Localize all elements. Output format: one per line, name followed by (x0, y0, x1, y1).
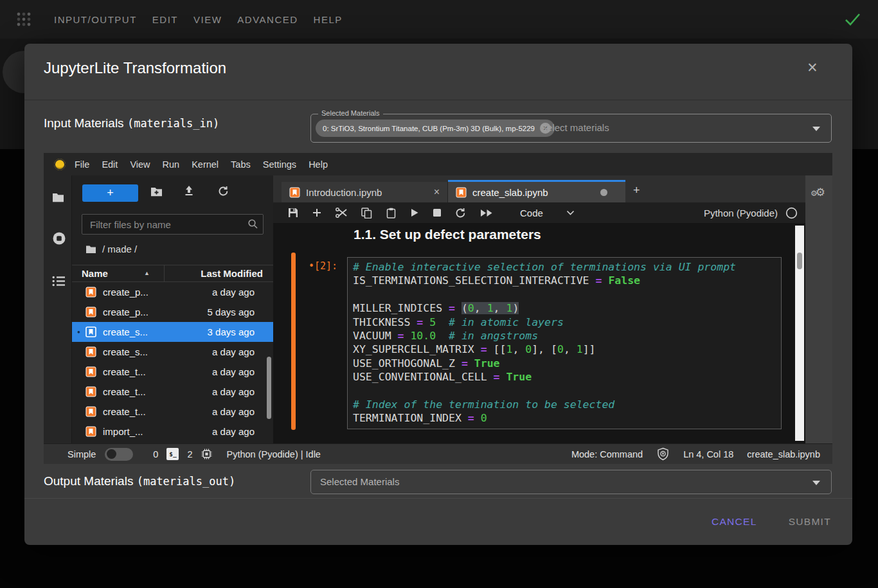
chevron-down-icon[interactable] (566, 207, 575, 218)
terminal-icon: $_ (166, 448, 179, 460)
cell-execution-prompt: •[2]: (309, 260, 337, 272)
jupyter-menubar-items: FileEditViewRunKernelTabsSettingsHelp (75, 159, 328, 170)
cursor-position[interactable]: Ln 4, Col 18 (683, 449, 733, 459)
kernel-name: Python (Pyodide) (704, 208, 778, 218)
command-mode-indicator[interactable]: Mode: Command (571, 449, 643, 459)
notebook-scrollbar-thumb[interactable] (797, 253, 802, 269)
cut-cells-icon[interactable] (336, 208, 347, 218)
jupyter-body: + (44, 175, 832, 443)
jupyter-menu-item-help[interactable]: Help (309, 159, 328, 170)
table-of-contents-icon[interactable] (52, 276, 66, 287)
stop-kernel-icon[interactable] (433, 209, 441, 217)
file-browser-icon[interactable] (52, 192, 64, 202)
file-row[interactable]: ●create_s...3 days ago (72, 322, 273, 342)
cell-type-dropdown[interactable]: Code (520, 208, 543, 218)
cancel-button[interactable]: CANCEL (712, 516, 757, 528)
new-launcher-button[interactable]: + (82, 184, 138, 202)
file-row[interactable]: create_t...a day ago (72, 362, 273, 382)
restart-kernel-icon[interactable] (455, 208, 466, 218)
file-list-header: Name ▲ Last Modified (72, 265, 273, 282)
code-line: IS_TERMINATIONS_SELECTION_INTERACTIVE = … (353, 274, 776, 287)
file-row[interactable]: import_...a day ago (72, 422, 273, 441)
menu-item-advanced[interactable]: ADVANCED (237, 14, 298, 25)
file-modified: 3 days ago (208, 326, 255, 337)
save-icon[interactable] (288, 208, 298, 218)
sort-ascending-icon[interactable]: ▲ (144, 270, 150, 276)
kernel-indicator[interactable]: Python (Pyodide) (704, 207, 798, 219)
chevron-down-icon[interactable] (812, 127, 820, 131)
column-header-modified[interactable]: Last Modified (201, 268, 263, 279)
input-materials-code: (materials_in) (127, 117, 219, 130)
output-materials-label: Output Materials (materials_out) (44, 474, 235, 488)
refresh-icon[interactable] (218, 186, 229, 197)
active-cell-indicator[interactable] (291, 253, 296, 430)
tab-introduction[interactable]: Introduction.ipynb × (282, 182, 448, 202)
check-icon[interactable] (844, 11, 861, 28)
menu-item-help[interactable]: HELP (314, 14, 343, 25)
column-header-name[interactable]: Name (82, 268, 108, 279)
trust-shield-icon[interactable] (656, 447, 670, 461)
property-inspector-icon[interactable]: ⚙⚙ (811, 186, 825, 199)
simple-mode-toggle[interactable] (105, 448, 133, 461)
notebook-icon (85, 366, 96, 377)
jupyter-menu-item-view[interactable]: View (130, 159, 150, 170)
material-chip[interactable]: 0: SrTiO3, Strontium Titanate, CUB (Pm-3… (316, 120, 555, 137)
material-chip-label: 0: SrTiO3, Strontium Titanate, CUB (Pm-3… (323, 125, 535, 132)
kernel-status-text[interactable]: Python (Pyodide) | Idle (226, 449, 320, 459)
menu-item-view[interactable]: VIEW (193, 14, 222, 25)
code-line: TERMINATION_INDEX = 0 (353, 411, 776, 425)
copy-cells-icon[interactable] (361, 208, 372, 218)
menu-item-input-output[interactable]: INPUT/OUTPUT (54, 14, 137, 25)
status-filename[interactable]: create_slab.ipynb (747, 449, 820, 459)
upload-icon[interactable] (184, 185, 194, 197)
tab-close-icon[interactable]: × (434, 186, 440, 198)
file-row[interactable]: create_s...a day ago (72, 342, 273, 362)
simple-mode-label: Simple (67, 449, 96, 459)
filter-files-input[interactable] (82, 214, 264, 235)
notebook-icon (85, 346, 96, 357)
restart-run-all-icon[interactable] (480, 209, 493, 217)
jupyter-menu-item-run[interactable]: Run (163, 159, 180, 170)
paste-cells-icon[interactable] (386, 208, 396, 218)
code-editor[interactable]: # Enable interactive selection of termin… (347, 257, 782, 429)
breadcrumb[interactable]: / made / (85, 244, 137, 254)
submit-button[interactable]: SUBMIT (789, 516, 831, 528)
menu-item-edit[interactable]: EDIT (152, 14, 178, 25)
code-line: VACUUM = 10.0 # in angstroms (353, 329, 776, 343)
jupyter-menu-item-file[interactable]: File (75, 159, 89, 170)
selected-materials-fieldset[interactable]: Selected Materials 0: SrTiO3, Strontium … (310, 114, 832, 143)
kernels-count[interactable]: 2 (187, 449, 192, 459)
jupyter-menu-item-settings[interactable]: Settings (263, 159, 296, 170)
file-list-scrollbar[interactable] (267, 357, 271, 419)
file-row[interactable]: create_t...a day ago (72, 402, 273, 422)
file-name: create_t... (103, 406, 212, 417)
output-dropdown-label: Selected Materials (320, 476, 399, 487)
run-cell-icon[interactable] (410, 208, 419, 217)
file-name: create_t... (103, 366, 212, 377)
file-row[interactable]: create_p...5 days ago (72, 302, 273, 322)
jupyter-menu-item-kernel[interactable]: Kernel (192, 159, 219, 170)
file-name: create_s... (103, 326, 208, 337)
file-row[interactable]: create_p...a day ago (72, 282, 273, 302)
code-line: # Index of the termination to be selecte… (353, 398, 776, 411)
file-row[interactable]: create_t...a day ago (72, 382, 273, 402)
terminals-count[interactable]: 0 (153, 449, 158, 459)
kernel-cpu-icon (201, 448, 213, 460)
jupyter-menu-item-edit[interactable]: Edit (102, 159, 118, 170)
running-kernels-icon[interactable] (52, 231, 66, 245)
tab-create-slab[interactable]: create_slab.ipynb (448, 180, 625, 202)
file-name: import_... (103, 426, 212, 437)
new-folder-icon[interactable] (150, 186, 163, 197)
output-materials-dropdown[interactable]: Selected Materials (310, 470, 832, 494)
add-cell-icon[interactable] (312, 208, 321, 217)
code-line (353, 384, 776, 398)
app-logo-icon[interactable] (15, 11, 32, 28)
file-modified: a day ago (212, 426, 255, 437)
notebook-scrollbar[interactable] (795, 226, 804, 441)
unsaved-changes-indicator[interactable] (600, 189, 607, 196)
new-tab-button[interactable]: + (633, 184, 640, 196)
jupyter-menu-item-tabs[interactable]: Tabs (231, 159, 251, 170)
close-icon[interactable]: × (807, 59, 818, 76)
kernel-status-icon (785, 207, 798, 219)
column-divider (164, 265, 165, 281)
